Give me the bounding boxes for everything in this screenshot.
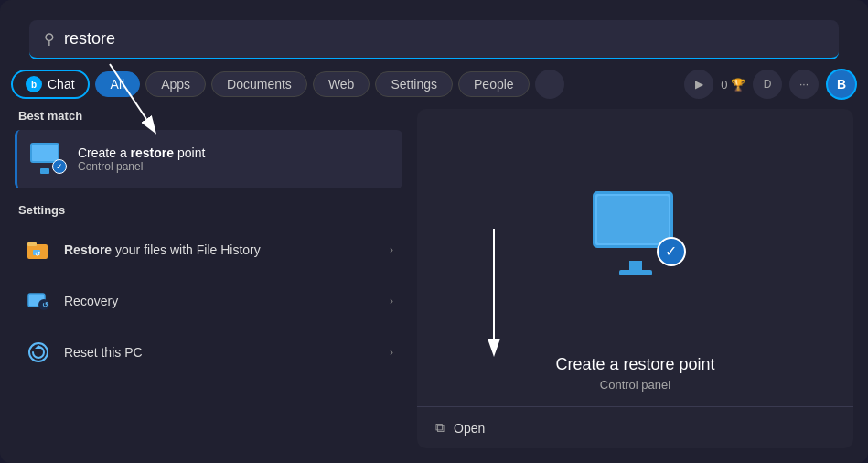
tab-people[interactable]: People [458, 71, 530, 97]
search-input[interactable] [64, 29, 824, 48]
recovery-icon: ↺ [24, 286, 53, 316]
settings-item-reset-pc-text: Reset this PC [64, 345, 379, 360]
tab-web[interactable]: Web [313, 71, 370, 97]
open-external-icon: ⧉ [435, 420, 445, 436]
detail-icon-area: ✓ [417, 109, 853, 346]
settings-section: Settings ↺ Restore your files with Fil [15, 203, 402, 378]
settings-item-file-history[interactable]: ↺ Restore your files with File History › [15, 224, 402, 275]
tab-chat[interactable]: b Chat [11, 70, 90, 99]
search-icon: ⚲ [44, 30, 55, 48]
tab-documents-label: Documents [227, 77, 292, 92]
file-history-icon: ↺ [24, 235, 53, 264]
tab-apps[interactable]: Apps [145, 71, 206, 97]
file-history-arrow: › [390, 243, 393, 256]
more-icon: ··· [799, 78, 809, 91]
best-match-subtitle: Control panel [78, 160, 205, 173]
best-match-section-label: Best match [15, 109, 402, 123]
d-button[interactable]: D [753, 70, 782, 99]
svg-text:↺: ↺ [42, 301, 48, 309]
tab-settings-label: Settings [391, 77, 437, 92]
tab-actions: ▶ 0 🏆 D ··· B [684, 69, 857, 100]
settings-item-reset-pc[interactable]: Reset this PC › [15, 327, 402, 378]
right-panel: ✓ Create a restore point Control panel ⧉… [417, 109, 853, 448]
trophy-icon: 🏆 [731, 78, 745, 92]
tab-people-label: People [474, 77, 514, 92]
best-match-text: Create a restore point Control panel [78, 145, 205, 173]
bing-button[interactable]: B [826, 69, 857, 100]
settings-item-recovery[interactable]: ↺ Recovery › [15, 275, 402, 327]
tab-apps-label: Apps [161, 77, 190, 92]
filter-tabs: b Chat All Apps Documents Web Settings P… [0, 59, 868, 109]
count-display: 0 🏆 [721, 78, 745, 92]
svg-text:↺: ↺ [35, 251, 40, 257]
more-button[interactable]: ··· [789, 70, 819, 99]
reset-pc-arrow: › [390, 346, 393, 359]
tab-overflow [535, 70, 564, 99]
open-button[interactable]: ⧉ Open [417, 407, 853, 448]
tab-all-label: All [111, 77, 125, 92]
settings-item-file-history-text: Restore your files with File History [64, 242, 379, 257]
search-container: ⚲ [0, 0, 868, 59]
open-label: Open [454, 421, 485, 436]
recovery-arrow: › [390, 295, 393, 307]
tab-settings[interactable]: Settings [375, 71, 453, 97]
reset-pc-icon [24, 338, 53, 367]
settings-section-label: Settings [15, 203, 402, 217]
left-panel: Best match ✓ Create a restore po [15, 109, 417, 448]
detail-subtitle: Control panel [417, 378, 853, 406]
main-content: Best match ✓ Create a restore po [0, 109, 868, 463]
svg-rect-1 [27, 242, 37, 246]
tab-chat-label: Chat [48, 77, 75, 92]
detail-title: Create a restore point [417, 346, 853, 378]
best-match-item[interactable]: ✓ Create a restore point Control panel [15, 130, 402, 188]
play-icon: ▶ [695, 78, 703, 91]
tab-web-label: Web [328, 77, 355, 92]
best-match-title: Create a restore point [78, 145, 205, 160]
best-match-icon: ✓ [30, 141, 67, 178]
settings-item-recovery-text: Recovery [64, 294, 379, 308]
tab-all[interactable]: All [95, 71, 141, 97]
search-bar: ⚲ [29, 20, 839, 59]
search-window: ⚲ b Chat All Apps Documents Web Settings [0, 0, 868, 463]
bing-chat-icon: b [26, 76, 42, 92]
play-button[interactable]: ▶ [684, 70, 713, 99]
tab-documents[interactable]: Documents [211, 71, 307, 97]
detail-large-icon: ✓ [585, 191, 686, 283]
